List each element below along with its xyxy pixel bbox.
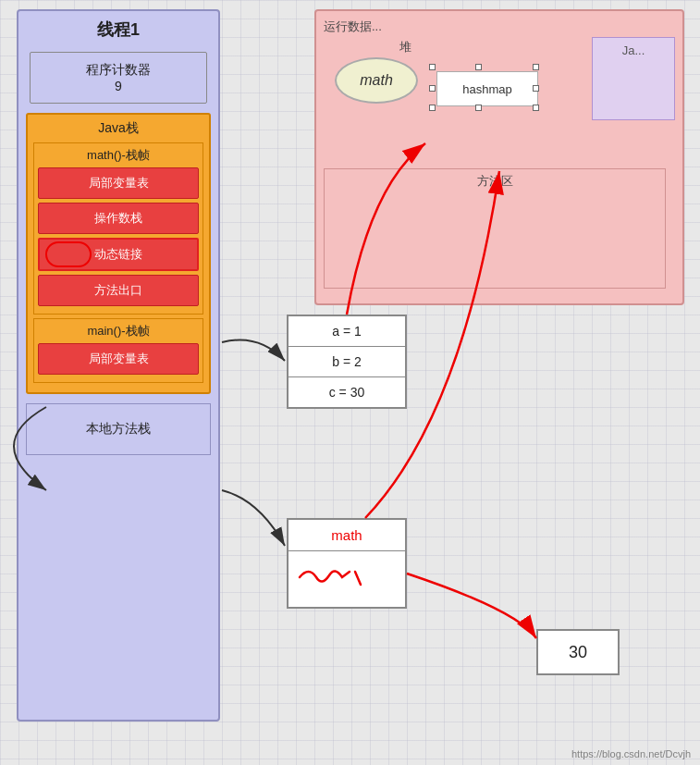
thread1-container: 线程1 程序计数器 9 Java栈 math()-栈帧 局部变量表 操作数栈 动… (17, 9, 220, 722)
watermark: https://blog.csdn.net/Dcvjh (571, 748, 691, 759)
handle-ml (429, 85, 436, 92)
region-label: 运行数据... (324, 19, 382, 35)
handle-tr (533, 64, 539, 70)
main-frame-title: main()-栈帧 (38, 323, 199, 339)
dynamic-link-circle (45, 241, 92, 267)
pc-value: 9 (34, 79, 203, 93)
handle-br (533, 105, 539, 111)
ja-box: Ja... (592, 37, 675, 120)
ja-box-label: Ja... (593, 38, 674, 63)
java-stack: Java栈 math()-栈帧 局部变量表 操作数栈 动态链接 方法出口 mai… (26, 113, 211, 394)
local-var-table-item: 局部变量表 (38, 167, 199, 199)
heap-label: 堆 (399, 39, 411, 56)
heap-method-container: 运行数据... 堆 math hashmap Ja... 方法区 (314, 9, 684, 305)
pc-box: 程序计数器 9 (30, 52, 207, 104)
local-vars-arrow (222, 340, 285, 362)
method-area: 方法区 (324, 168, 666, 289)
method-exit-item: 方法出口 (38, 275, 199, 306)
math-stack-frame: math()-栈帧 局部变量表 操作数栈 动态链接 方法出口 (33, 142, 203, 315)
java-stack-title: Java栈 (33, 120, 203, 137)
handle-bc (475, 105, 482, 111)
red-arrow-to-30 (407, 574, 536, 638)
main-stack-frame: main()-栈帧 局部变量表 (33, 318, 203, 383)
operand-stack-item: 操作数栈 (38, 203, 199, 234)
local-var-c: c = 30 (289, 377, 405, 407)
dynamic-link-item: 动态链接 (38, 238, 199, 271)
pc-label: 程序计数器 (34, 62, 203, 79)
math-frame-title: math()-栈帧 (38, 147, 199, 164)
math-ref-scribble (289, 551, 405, 607)
math-ellipse: math (335, 57, 418, 104)
native-stack: 本地方法栈 (26, 403, 211, 455)
local-var-a: a = 1 (289, 316, 405, 347)
thread1-title: 线程1 (18, 11, 218, 46)
math-ref-label: math (289, 520, 405, 551)
local-vars-box: a = 1 b = 2 c = 30 (287, 315, 407, 409)
handle-tl (429, 64, 436, 70)
hashmap-box: hashmap (436, 71, 538, 106)
main-local-var-item: 局部变量表 (38, 343, 199, 375)
value-box-30: 30 (536, 629, 620, 675)
handle-bl (429, 105, 436, 111)
main-to-mathref-arrow (222, 490, 285, 546)
method-area-label: 方法区 (325, 169, 665, 193)
handle-mr (533, 85, 539, 92)
math-ref-box: math (287, 518, 407, 609)
local-var-b: b = 2 (289, 347, 405, 377)
handle-tc (475, 64, 482, 70)
scribble-svg (292, 559, 394, 594)
